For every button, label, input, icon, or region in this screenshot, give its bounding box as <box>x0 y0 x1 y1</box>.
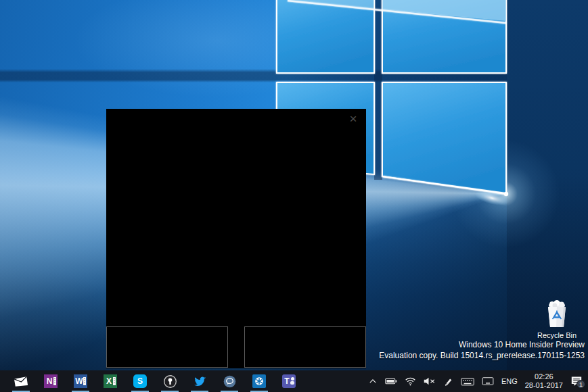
mail-icon <box>14 376 28 387</box>
volume-muted-icon[interactable] <box>424 376 436 386</box>
teams-icon: T <box>282 374 296 388</box>
clock-date: 28-01-2017 <box>525 381 563 390</box>
keyhole-circle-icon <box>163 374 177 389</box>
taskbar-app-excel[interactable]: X <box>100 370 120 392</box>
watermark-edition: Windows 10 Home Insider Preview <box>379 339 585 350</box>
taskbar-app-onenote[interactable]: N <box>41 370 61 392</box>
action-center-icon[interactable]: 1 <box>570 376 583 387</box>
dialog-button-right[interactable] <box>244 326 366 368</box>
taskbar-app-keyhole[interactable] <box>160 370 180 392</box>
taskbar-app-chat[interactable] <box>219 370 240 392</box>
display-icon[interactable] <box>482 376 494 386</box>
battery-icon[interactable] <box>385 376 397 386</box>
excel-icon: X <box>104 374 117 388</box>
chat-bubble-icon <box>223 374 237 389</box>
touch-keyboard-icon[interactable] <box>461 376 474 387</box>
system-tray: ENG 02:26 28-01-2017 1 <box>368 370 588 392</box>
screen: Windows 10 Home Insider Preview Evaluati… <box>0 0 588 392</box>
taskbar-app-mail[interactable] <box>11 370 31 392</box>
black-dialog: × <box>106 109 366 368</box>
recycle-bin[interactable]: Recycle Bin <box>532 299 582 339</box>
taskbar-app-asterisk[interactable] <box>249 370 269 392</box>
pen-icon[interactable] <box>443 376 453 387</box>
recycle-bin-icon <box>545 299 569 328</box>
desktop-area: Windows 10 Home Insider Preview Evaluati… <box>0 0 588 370</box>
close-icon[interactable]: × <box>344 111 362 127</box>
taskbar-app-skype[interactable]: S <box>130 370 150 392</box>
taskbar-apps: N W X S <box>0 370 299 392</box>
watermark-build: Evaluation copy. Build 15014.rs_prerelea… <box>379 350 585 361</box>
word-icon: W <box>74 374 87 388</box>
wifi-icon[interactable] <box>405 376 416 386</box>
taskbar-app-teams[interactable]: T <box>279 370 299 392</box>
recycle-bin-label: Recycle Bin <box>532 331 582 339</box>
language-indicator[interactable]: ENG <box>501 377 518 385</box>
taskbar: N W X S <box>0 370 588 392</box>
clock[interactable]: 02:26 28-01-2017 <box>525 372 563 390</box>
twitter-icon <box>193 374 207 389</box>
skype-icon: S <box>133 374 147 388</box>
taskbar-app-twitter[interactable] <box>189 370 210 392</box>
asterisk-tile-icon <box>252 374 266 388</box>
clock-time: 02:26 <box>535 372 553 381</box>
watermark: Windows 10 Home Insider Preview Evaluati… <box>379 339 585 361</box>
tray-expand-chevron-icon[interactable] <box>368 376 378 386</box>
dialog-button-left[interactable] <box>106 326 228 368</box>
notification-badge: 1 <box>576 380 585 389</box>
onenote-icon: N <box>44 374 58 388</box>
taskbar-app-word[interactable]: W <box>70 370 91 392</box>
